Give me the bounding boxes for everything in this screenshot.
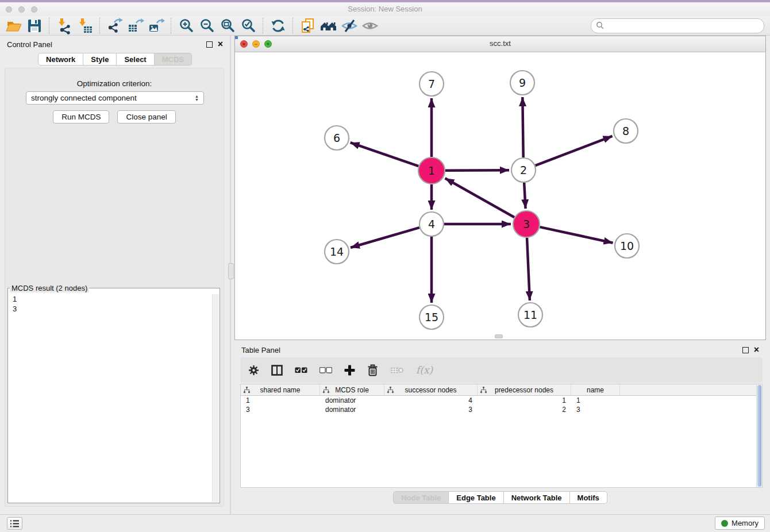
graph-node-9[interactable]: 9	[510, 71, 534, 95]
tab-mcds[interactable]: MCDS	[155, 53, 192, 65]
window-traffic-lights[interactable]	[6, 6, 37, 13]
select-all-columns-button[interactable]	[295, 367, 307, 373]
cell-MCDS-role[interactable]: dominator	[320, 396, 384, 405]
delete-row-button[interactable]	[367, 364, 378, 376]
zoom-fit-icon	[219, 17, 236, 34]
graph-node-15[interactable]: 15	[419, 305, 444, 329]
table-tab-network-table[interactable]: Network Table	[504, 491, 570, 504]
column-header-shared-name[interactable]: shared name	[241, 384, 320, 395]
delete-table-button[interactable]	[390, 366, 404, 375]
cell-name[interactable]: 1	[571, 396, 620, 405]
network-window-titlebar[interactable]: × − + scc.txt	[235, 36, 765, 52]
cell-name[interactable]: 3	[571, 405, 620, 414]
graph-node-2[interactable]: 2	[511, 158, 536, 182]
graph-edge-2-9[interactable]	[522, 97, 523, 157]
panel-splitter[interactable]	[230, 36, 231, 515]
cell-MCDS-role[interactable]: dominator	[320, 405, 384, 414]
close-table-panel-icon[interactable]: ×	[754, 346, 759, 353]
export-network-button[interactable]	[105, 17, 125, 34]
graph-edge-3-11[interactable]	[527, 238, 530, 300]
cell-predecessor-nodes[interactable]: 1	[478, 396, 571, 405]
optimization-criterion-select[interactable]: strongly connected component ▲▼	[26, 91, 204, 105]
graph-edge-3-1[interactable]	[445, 178, 515, 217]
graph-node-1[interactable]: 1	[418, 157, 445, 184]
table-tab-edge-table[interactable]: Edge Table	[449, 491, 503, 504]
svg-text:4: 4	[428, 218, 435, 230]
table-row[interactable]: 1dominator411	[241, 396, 762, 405]
hide-unselected-button[interactable]	[339, 17, 360, 34]
splitter-grip[interactable]	[228, 263, 234, 279]
open-session-button[interactable]	[3, 17, 24, 34]
minimize-window-icon[interactable]: −	[252, 40, 260, 48]
graph-edge-2-8[interactable]	[536, 136, 613, 165]
result-scrollbar[interactable]	[212, 294, 219, 502]
deselect-all-columns-button[interactable]	[319, 367, 332, 373]
zoom-out-button[interactable]	[197, 17, 217, 34]
memory-button[interactable]: Memory	[715, 516, 765, 530]
zoom-fit-button[interactable]	[217, 17, 238, 34]
graph-node-3[interactable]: 3	[513, 211, 540, 237]
search-box[interactable]	[591, 18, 764, 33]
table-tab-node-table[interactable]: Node Table	[393, 491, 449, 504]
table-scrollbar[interactable]	[756, 384, 762, 487]
cell-successor-nodes[interactable]: 3	[384, 405, 478, 414]
zoom-in-button[interactable]	[176, 17, 197, 34]
float-table-panel-icon[interactable]	[742, 347, 749, 353]
export-network-icon	[106, 17, 124, 34]
frame-resize-handle[interactable]	[495, 334, 503, 338]
function-builder-button[interactable]: f(x)	[416, 364, 433, 376]
run-mcds-button[interactable]: Run MCDS	[53, 110, 109, 124]
graph-edge-2-3[interactable]	[524, 183, 525, 209]
duplicate-network-button[interactable]	[298, 17, 318, 34]
close-window-icon[interactable]: ×	[240, 40, 248, 48]
graph-node-10[interactable]: 10	[615, 234, 639, 258]
column-header-MCDS-role[interactable]: MCDS role	[320, 384, 384, 395]
home-layout-button[interactable]	[318, 17, 339, 34]
task-history-button[interactable]	[7, 517, 22, 530]
graph-node-7[interactable]: 7	[419, 72, 444, 96]
graph-node-6[interactable]: 6	[325, 126, 349, 150]
graph-node-8[interactable]: 8	[614, 119, 638, 143]
table-tab-motifs[interactable]: Motifs	[570, 491, 607, 504]
cell-shared-name[interactable]: 1	[241, 396, 320, 405]
tab-select[interactable]: Select	[117, 53, 154, 65]
graph-edge-1-2[interactable]	[445, 170, 509, 171]
table-settings-button[interactable]	[248, 365, 259, 376]
graph-edge-4-14[interactable]	[351, 228, 419, 248]
graph-node-11[interactable]: 11	[518, 303, 542, 327]
column-header-successor-nodes[interactable]: successor nodes	[384, 384, 478, 395]
zoom-selected-button[interactable]	[238, 17, 259, 34]
mcds-panel: Optimization criterion: strongly connect…	[5, 68, 224, 507]
graph-node-14[interactable]: 14	[325, 240, 349, 264]
tab-network[interactable]: Network	[38, 53, 83, 65]
toolbar-separator	[49, 18, 50, 34]
import-table-button[interactable]	[75, 17, 95, 34]
network-view-canvas[interactable]: 7968124314101511	[235, 52, 765, 340]
tab-style[interactable]: Style	[83, 53, 117, 65]
cell-predecessor-nodes[interactable]: 2	[478, 405, 571, 414]
result-item[interactable]: 1	[9, 294, 219, 304]
graph-edge-3-10[interactable]	[540, 227, 613, 243]
split-panel-button[interactable]	[271, 365, 283, 376]
close-panel-icon[interactable]: ×	[218, 41, 223, 48]
graph-edge-1-6[interactable]	[351, 142, 419, 166]
float-panel-icon[interactable]	[206, 41, 213, 48]
mcds-result-list[interactable]: 13	[9, 294, 219, 314]
column-header-predecessor-nodes[interactable]: predecessor nodes	[478, 384, 571, 395]
show-all-button[interactable]	[360, 17, 380, 34]
add-row-button[interactable]	[344, 365, 355, 376]
cell-shared-name[interactable]: 3	[241, 405, 320, 414]
save-session-button[interactable]	[24, 17, 45, 34]
refresh-view-button[interactable]	[268, 17, 288, 34]
column-header-name[interactable]: name	[571, 384, 620, 395]
result-item[interactable]: 3	[9, 304, 219, 314]
import-network-button[interactable]	[54, 17, 75, 34]
graph-node-4[interactable]: 4	[419, 212, 444, 236]
search-input[interactable]	[605, 20, 764, 32]
cell-successor-nodes[interactable]: 4	[384, 396, 478, 405]
export-table-button[interactable]	[125, 17, 146, 34]
close-panel-button[interactable]: Close panel	[117, 110, 175, 124]
export-image-button[interactable]	[146, 17, 167, 34]
maximize-window-icon[interactable]: +	[264, 40, 272, 48]
table-row[interactable]: 3dominator323	[241, 405, 762, 414]
